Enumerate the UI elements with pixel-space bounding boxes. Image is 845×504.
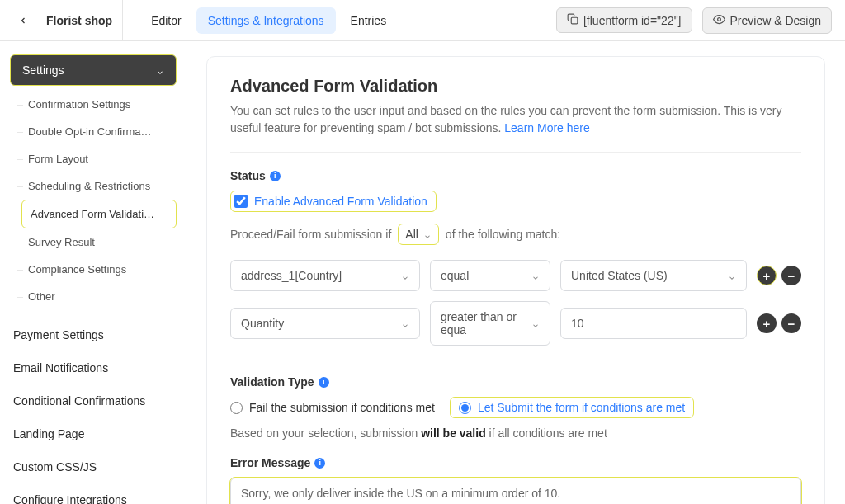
error-message-input[interactable]: Sorry, we only deliver inside the US on … <box>230 478 801 504</box>
chevron-down-icon <box>728 271 736 280</box>
tab-editor[interactable]: Editor <box>139 7 193 34</box>
learn-more-link[interactable]: Learn More here <box>504 121 590 134</box>
sentence-a: Proceed/Fail form submission if <box>230 228 391 241</box>
add-condition-button[interactable]: + <box>757 313 777 333</box>
sidebar-item-double-optin[interactable]: Double Opt-in Confirma… <box>10 118 177 145</box>
condition-field-select[interactable]: address_1[Country] <box>230 260 420 291</box>
condition-field-value: address_1[Country] <box>241 269 342 282</box>
match-mode-value: All <box>405 228 418 241</box>
page-title: Advanced Form Validation <box>230 77 801 96</box>
form-title: Florist shop <box>36 0 123 40</box>
validation-hint: Based on your selection, submission will… <box>230 426 801 440</box>
radio-fail-label: Fail the submission if conditions met <box>249 401 435 414</box>
status-label: Status i <box>230 169 801 182</box>
preview-design-button[interactable]: Preview & Design <box>702 7 833 34</box>
sidebar: Settings Confirmation Settings Double Op… <box>0 41 186 504</box>
sidebar-item-survey-result[interactable]: Survey Result <box>10 228 177 256</box>
hint-a: Based on your selection, submission <box>230 426 421 440</box>
shortcode-text: [fluentform id="22"] <box>583 14 682 27</box>
condition-value-select[interactable]: United States (US) <box>560 260 747 291</box>
condition-row: address_1[Country] equal United States (… <box>230 260 801 291</box>
condition-field-value: Quantity <box>241 317 284 330</box>
condition-row: Quantity greater than or equa 10 + − <box>230 301 801 346</box>
sidebar-link-custom-css-js[interactable]: Custom CSS/JS <box>10 450 177 483</box>
page-description: You can set rules to the user input and … <box>230 102 801 137</box>
tab-settings-integrations[interactable]: Settings & Integrations <box>196 7 336 34</box>
sidebar-link-configure-integrations[interactable]: Configure Integrations <box>10 483 177 504</box>
info-icon[interactable]: i <box>270 171 281 181</box>
condition-value-text: 10 <box>571 317 584 330</box>
sentence-b: of the following match: <box>446 228 560 241</box>
copy-icon <box>567 13 578 27</box>
condition-operator-select[interactable]: greater than or equa <box>430 301 550 346</box>
tab-entries[interactable]: Entries <box>339 7 399 34</box>
remove-condition-button[interactable]: − <box>781 266 801 285</box>
sidebar-link-email-notifications[interactable]: Email Notifications <box>10 351 177 384</box>
info-icon[interactable]: i <box>314 458 325 469</box>
sidebar-link-conditional-confirmations[interactable]: Conditional Confirmations <box>10 384 177 417</box>
chevron-down-icon <box>423 230 432 238</box>
condition-field-select[interactable]: Quantity <box>230 308 420 339</box>
radio-allow-option[interactable]: Let Submit the form if conditions are me… <box>450 397 694 418</box>
chevron-down-icon <box>401 271 409 280</box>
remove-condition-button[interactable]: − <box>781 313 801 333</box>
sidebar-item-other[interactable]: Other <box>10 283 177 310</box>
hint-b: if all conditions are met <box>486 426 607 440</box>
sidebar-group-label: Settings <box>22 64 64 77</box>
add-condition-button[interactable]: + <box>757 266 777 285</box>
radio-allow-label: Let Submit the form if conditions are me… <box>478 401 685 414</box>
chevron-down-icon <box>156 66 164 74</box>
svg-point-1 <box>717 17 720 21</box>
chevron-down-icon <box>531 271 540 280</box>
eye-icon <box>713 13 725 28</box>
back-button[interactable] <box>13 11 33 31</box>
radio-fail-input[interactable] <box>230 402 243 414</box>
hint-bold: will be valid <box>421 426 486 440</box>
condition-operator-value: equal <box>441 269 469 282</box>
sidebar-link-payment-settings[interactable]: Payment Settings <box>10 318 177 351</box>
radio-fail-option[interactable]: Fail the submission if conditions met <box>230 401 435 414</box>
condition-operator-select[interactable]: equal <box>430 260 550 291</box>
condition-value-input[interactable]: 10 <box>560 308 747 339</box>
condition-value-text: United States (US) <box>571 269 668 282</box>
sidebar-item-compliance-settings[interactable]: Compliance Settings <box>10 256 177 283</box>
enable-validation-checkbox-row[interactable]: Enable Advanced Form Validation <box>230 191 437 212</box>
match-sentence: Proceed/Fail form submission if All of t… <box>230 224 801 245</box>
info-icon[interactable]: i <box>319 377 329 388</box>
validation-type-label: Validation Type i <box>230 375 801 389</box>
enable-validation-label: Enable Advanced Form Validation <box>254 195 427 208</box>
status-label-text: Status <box>230 169 266 182</box>
radio-allow-input[interactable] <box>459 402 471 414</box>
preview-label: Preview & Design <box>730 14 822 27</box>
sidebar-item-form-layout[interactable]: Form Layout <box>10 145 177 172</box>
enable-validation-checkbox[interactable] <box>234 195 248 208</box>
sidebar-item-confirmation-settings[interactable]: Confirmation Settings <box>10 91 177 118</box>
error-message-label: Error Message i <box>230 456 801 469</box>
svg-rect-0 <box>571 17 578 24</box>
settings-card: Advanced Form Validation You can set rul… <box>206 56 825 504</box>
chevron-down-icon <box>531 319 540 327</box>
sidebar-group-settings[interactable]: Settings <box>10 54 177 86</box>
sidebar-item-advanced-form-validation[interactable]: Advanced Form Validati… <box>21 200 177 228</box>
error-label-text: Error Message <box>230 456 310 469</box>
condition-operator-value: greater than or equa <box>441 310 531 337</box>
chevron-down-icon <box>401 319 409 327</box>
validation-type-label-text: Validation Type <box>230 375 314 389</box>
sidebar-link-landing-page[interactable]: Landing Page <box>10 417 177 450</box>
shortcode-display[interactable]: [fluentform id="22"] <box>556 7 692 33</box>
match-mode-select[interactable]: All <box>398 224 439 245</box>
sidebar-item-scheduling-restrictions[interactable]: Scheduling & Restrictions <box>10 172 177 200</box>
